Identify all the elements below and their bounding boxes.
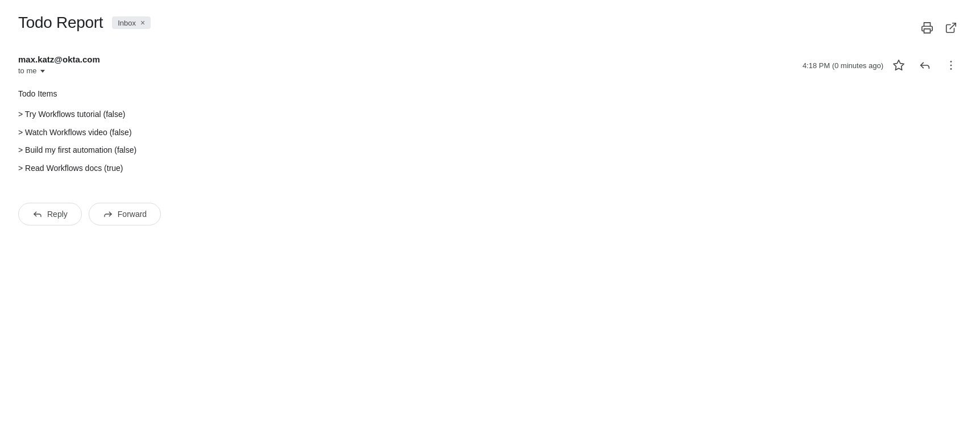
to-me-row[interactable]: to me xyxy=(18,66,100,75)
more-vert-icon xyxy=(945,59,957,72)
todo-item-3: > Build my first automation (false) xyxy=(18,144,962,157)
body-heading: Todo Items xyxy=(18,87,962,101)
sender-name: max.katz@okta.com xyxy=(18,55,100,64)
to-me-chevron-icon xyxy=(40,70,45,73)
message-meta-actions: 4:18 PM (0 minutes ago) xyxy=(803,55,962,76)
inbox-badge-label: Inbox xyxy=(118,19,136,27)
open-external-button[interactable] xyxy=(940,17,962,39)
message-wrapper: max.katz@okta.com to me 4:18 PM (0 minut… xyxy=(18,55,962,239)
reply-icon xyxy=(919,59,931,72)
inbox-badge: Inbox × xyxy=(112,16,151,29)
star-icon xyxy=(892,59,905,72)
star-button[interactable] xyxy=(888,55,910,76)
svg-marker-2 xyxy=(894,60,904,70)
todo-item-2: > Watch Workflows video (false) xyxy=(18,126,962,140)
forward-action-label: Forward xyxy=(118,210,147,219)
reply-action-button[interactable]: Reply xyxy=(18,203,82,225)
sender-info: max.katz@okta.com to me xyxy=(18,55,100,75)
header-actions xyxy=(916,14,962,39)
email-body: Todo Items > Try Workflows tutorial (fal… xyxy=(18,87,962,175)
inbox-badge-close[interactable]: × xyxy=(140,18,145,27)
svg-line-1 xyxy=(950,23,956,29)
print-button[interactable] xyxy=(916,17,938,39)
todo-item-4: > Read Workflows docs (true) xyxy=(18,162,962,175)
message-timestamp: 4:18 PM (0 minutes ago) xyxy=(803,61,883,70)
svg-rect-0 xyxy=(924,29,931,33)
open-external-icon xyxy=(945,22,957,34)
more-options-button[interactable] xyxy=(940,55,962,76)
action-buttons: Reply Forward xyxy=(18,203,962,225)
email-title-area: Todo Report Inbox × xyxy=(18,14,151,32)
email-header: Todo Report Inbox × xyxy=(18,14,962,39)
forward-action-button[interactable]: Forward xyxy=(89,203,161,225)
sender-row: max.katz@okta.com to me 4:18 PM (0 minut… xyxy=(18,55,962,76)
reply-button-header[interactable] xyxy=(914,55,936,76)
print-icon xyxy=(921,22,933,34)
svg-point-3 xyxy=(950,61,952,62)
email-container: Todo Report Inbox × xyxy=(0,0,980,257)
forward-action-icon xyxy=(103,209,113,219)
todo-item-1: > Try Workflows tutorial (false) xyxy=(18,108,962,122)
reply-action-icon xyxy=(32,209,43,219)
email-subject: Todo Report xyxy=(18,14,103,32)
svg-point-5 xyxy=(950,68,952,70)
reply-action-label: Reply xyxy=(47,210,68,219)
to-me-label: to me xyxy=(18,66,37,75)
svg-point-4 xyxy=(950,65,952,66)
